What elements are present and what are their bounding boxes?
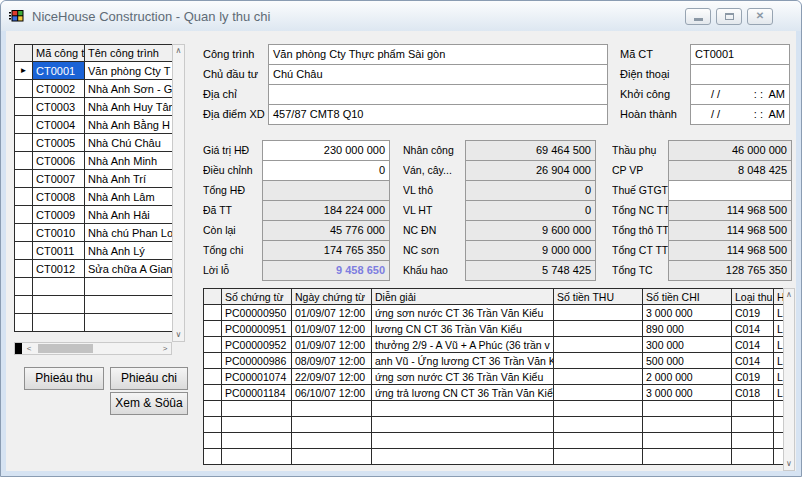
voucher-date-cell[interactable] — [292, 449, 372, 465]
maximize-button[interactable] — [716, 8, 742, 25]
amount-thu-cell[interactable] — [554, 417, 643, 433]
chu-dau-tu-field[interactable]: Chú Châu — [268, 64, 608, 85]
project-code-cell[interactable]: CT0010 — [33, 224, 85, 242]
amount-thu-cell[interactable] — [554, 449, 643, 465]
project-code-cell[interactable]: CT0011 — [33, 242, 85, 260]
project-name-cell[interactable]: Nhà Anh Sơn - G — [85, 80, 173, 98]
amount-chi-cell[interactable] — [643, 417, 732, 433]
project-row[interactable]: CT0008 Nhà Anh Lâm — [15, 188, 173, 206]
col-header-dien-giai[interactable]: Diễn giải — [372, 289, 554, 305]
project-code-cell[interactable]: CT0005 — [33, 134, 85, 152]
project-grid-vscrollbar[interactable]: ∧ ∨ — [172, 44, 185, 342]
project-row[interactable]: ► CT0001 Văn phòng Cty T — [15, 62, 173, 80]
description-cell[interactable] — [372, 433, 554, 449]
project-row[interactable] — [15, 314, 173, 332]
amount-chi-cell[interactable] — [643, 401, 732, 417]
hoan-thanh-field[interactable]: / / : : AM — [690, 104, 790, 125]
project-row[interactable]: CT0012 Sửa chữa A Giang — [15, 260, 173, 278]
close-button[interactable]: ✕ — [747, 8, 773, 25]
project-name-cell[interactable]: Nhà Anh Lý — [85, 242, 173, 260]
voucher-number-cell[interactable] — [222, 401, 292, 417]
titlebar[interactable]: NiceHouse Construction - Quan ly thu chi… — [1, 1, 801, 31]
amount-thu-cell[interactable] — [554, 321, 643, 337]
h-cell[interactable] — [774, 433, 784, 449]
scroll-right-icon[interactable]: > — [159, 343, 171, 354]
amount-thu-cell[interactable] — [554, 353, 643, 369]
transaction-row[interactable] — [204, 449, 784, 465]
loai-thu-cell[interactable]: C018 — [732, 385, 774, 401]
transaction-row[interactable]: PC00000951 01/09/07 12:00 lương CN CT 36… — [204, 321, 784, 337]
transaction-row[interactable]: PC00000950 01/09/07 12:00 ứng sơn nước C… — [204, 305, 784, 321]
project-name-cell[interactable] — [85, 314, 173, 332]
project-code-cell[interactable] — [33, 278, 85, 296]
description-cell[interactable] — [372, 449, 554, 465]
project-name-cell[interactable]: Nhà Anh Huy Tân — [85, 98, 173, 116]
transaction-row[interactable]: PC00000952 01/09/07 12:00 thưởng 2/9 - A… — [204, 337, 784, 353]
amount-chi-cell[interactable] — [643, 433, 732, 449]
h-cell[interactable]: L — [774, 385, 784, 401]
project-row[interactable]: CT0009 Nhà Anh Hải — [15, 206, 173, 224]
voucher-number-cell[interactable]: PC00000950 — [222, 305, 292, 321]
voucher-number-cell[interactable]: PC00000986 — [222, 353, 292, 369]
project-name-cell[interactable] — [85, 296, 173, 314]
amount-thu-cell[interactable] — [554, 337, 643, 353]
project-code-cell[interactable]: CT0004 — [33, 116, 85, 134]
col-header-so-tien-chi[interactable]: Số tiền CHI — [643, 289, 732, 305]
scroll-up-icon[interactable]: ∧ — [784, 289, 794, 301]
voucher-date-cell[interactable]: 08/09/07 12:00 — [292, 353, 372, 369]
scroll-up-icon[interactable]: ∧ — [173, 45, 184, 57]
loai-thu-cell[interactable]: C019 — [732, 305, 774, 321]
col-header-so-chung-tu[interactable]: Số chứng từ — [222, 289, 292, 305]
project-name-cell[interactable]: Nhà Chú Châu — [85, 134, 173, 152]
voucher-number-cell[interactable]: PC00001184 — [222, 385, 292, 401]
h-cell[interactable]: L — [774, 321, 784, 337]
description-cell[interactable]: ứng sơn nước CT 36 Trần Văn Kiểu — [372, 305, 554, 321]
loai-thu-cell[interactable]: C014 — [732, 321, 774, 337]
voucher-number-cell[interactable]: PC00000951 — [222, 321, 292, 337]
loai-thu-cell[interactable]: C014 — [732, 353, 774, 369]
scroll-left-icon[interactable]: < — [23, 343, 35, 354]
amount-chi-cell[interactable] — [643, 449, 732, 465]
transactions-vscrollbar[interactable]: ∧ ∨ — [783, 288, 795, 471]
project-code-cell[interactable]: CT0008 — [33, 188, 85, 206]
loai-thu-cell[interactable]: C014 — [732, 337, 774, 353]
project-code-cell[interactable]: CT0001 — [33, 62, 85, 80]
description-cell[interactable] — [372, 417, 554, 433]
phieu-thu-button[interactable]: Phieáu thu — [24, 367, 104, 390]
project-row[interactable]: CT0010 Nhà chú Phan Lo — [15, 224, 173, 242]
loai-thu-cell[interactable] — [732, 401, 774, 417]
loai-thu-cell[interactable] — [732, 433, 774, 449]
voucher-number-cell[interactable] — [222, 449, 292, 465]
loai-thu-cell[interactable] — [732, 417, 774, 433]
description-cell[interactable]: thưởng 2/9 - A Vũ + A Phúc (36 trần v — [372, 337, 554, 353]
project-code-cell[interactable]: CT0007 — [33, 170, 85, 188]
dien-thoai-field[interactable] — [690, 64, 790, 85]
voucher-date-cell[interactable]: 01/09/07 12:00 — [292, 337, 372, 353]
voucher-number-cell[interactable]: PC00001074 — [222, 369, 292, 385]
project-row[interactable]: CT0003 Nhà Anh Huy Tân — [15, 98, 173, 116]
project-row[interactable]: CT0007 Nhà Anh Trí — [15, 170, 173, 188]
project-code-cell[interactable]: CT0012 — [33, 260, 85, 278]
xem-sua-button[interactable]: Xem & Söûa — [110, 392, 188, 415]
project-row[interactable]: CT0004 Nhà Anh Bằng H — [15, 116, 173, 134]
khoi-cong-field[interactable]: / / : : AM — [690, 84, 790, 105]
minimize-button[interactable] — [685, 8, 711, 25]
col-header-loai-thu[interactable]: Loại thu — [732, 289, 774, 305]
amount-thu-cell[interactable] — [554, 433, 643, 449]
h-cell[interactable] — [774, 401, 784, 417]
description-cell[interactable]: ứng sơn nước CT 36 Trần Văn Kiểu — [372, 369, 554, 385]
amount-chi-cell[interactable]: 500 000 — [643, 353, 732, 369]
amount-thu-cell[interactable] — [554, 305, 643, 321]
amount-chi-cell[interactable]: 3 000 000 — [643, 385, 732, 401]
project-row[interactable]: CT0006 Nhà Anh Minh — [15, 152, 173, 170]
project-code-cell[interactable]: CT0006 — [33, 152, 85, 170]
scroll-down-icon[interactable]: ∨ — [784, 458, 794, 470]
project-name-cell[interactable]: Nhà Anh Minh — [85, 152, 173, 170]
h-cell[interactable]: L — [774, 337, 784, 353]
amount-chi-cell[interactable]: 890 000 — [643, 321, 732, 337]
dia-diem-xd-field[interactable]: 457/87 CMT8 Q10 — [268, 104, 608, 125]
amount-chi-cell[interactable]: 3 000 000 — [643, 305, 732, 321]
voucher-number-cell[interactable] — [222, 433, 292, 449]
project-row[interactable]: CT0002 Nhà Anh Sơn - G — [15, 80, 173, 98]
description-cell[interactable]: anh Vũ - Ứng lương CT 36 Trần Văn K — [372, 353, 554, 369]
